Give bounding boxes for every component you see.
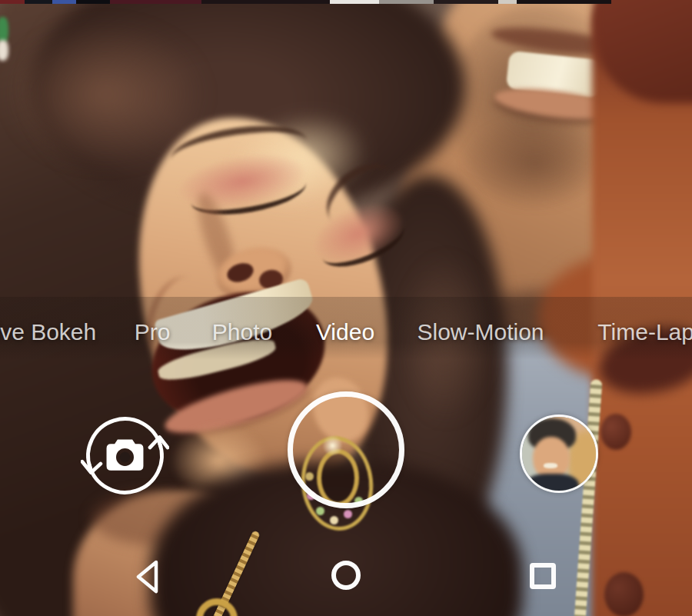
mode-slow-motion[interactable]: Slow-Motion bbox=[417, 317, 544, 348]
photo-man-chin-shadow bbox=[460, 115, 610, 211]
camera-app-screen: Live Bokeh Pro Photo Video Slow-Motion T… bbox=[0, 0, 692, 616]
nav-back-button[interactable] bbox=[134, 559, 160, 594]
mode-pro[interactable]: Pro bbox=[135, 317, 171, 348]
gallery-thumbnail-button[interactable] bbox=[520, 415, 598, 493]
photo-jacket-button-lower bbox=[604, 572, 644, 616]
shutter-button[interactable] bbox=[288, 391, 404, 508]
back-triangle-icon bbox=[138, 562, 156, 591]
mode-live-bokeh[interactable]: Live Bokeh bbox=[0, 317, 96, 348]
photo-earring-bead bbox=[316, 507, 324, 515]
mode-time-lapse[interactable]: Time-Lapse bbox=[597, 317, 692, 348]
mode-photo[interactable]: Photo bbox=[212, 317, 272, 348]
mode-video[interactable]: Video bbox=[316, 317, 374, 348]
photo-jacket-button-upper bbox=[601, 414, 631, 450]
photo-left-edge-light bbox=[0, 40, 8, 61]
thumb-man-smile bbox=[544, 463, 557, 468]
photo-left-edge-green bbox=[0, 17, 8, 43]
nav-recents-button[interactable] bbox=[530, 563, 556, 589]
flip-camera-button[interactable] bbox=[81, 411, 169, 500]
camera-mode-bar: Live Bokeh Pro Photo Video Slow-Motion T… bbox=[0, 317, 692, 349]
photo-top-edge-strip bbox=[0, 0, 611, 4]
camera-flip-icon bbox=[81, 411, 169, 500]
photo-earring-bead bbox=[330, 516, 338, 524]
nav-home-button[interactable] bbox=[331, 561, 361, 590]
photo-earring-bead bbox=[344, 510, 352, 518]
